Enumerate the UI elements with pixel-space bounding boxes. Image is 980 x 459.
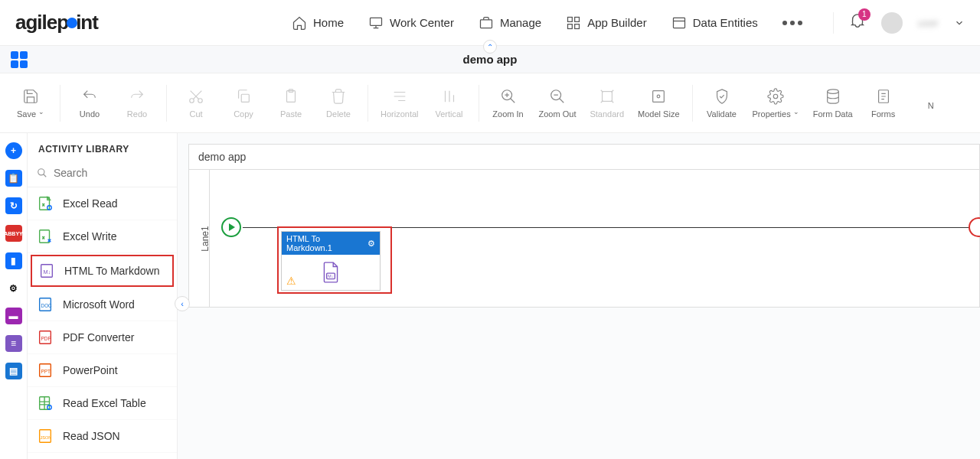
- canvas-title: demo app: [188, 144, 980, 170]
- svg-rect-15: [653, 90, 665, 102]
- svg-point-16: [657, 95, 660, 98]
- activity-excel-read[interactable]: Excel Read: [28, 187, 177, 220]
- flow-connector: [243, 227, 979, 228]
- properties-button[interactable]: Properties⌄: [746, 83, 805, 123]
- nav-app-builder[interactable]: App Builder: [566, 15, 647, 31]
- rail-abbyy[interactable]: ABBYY: [5, 225, 22, 242]
- notifications-button[interactable]: 1: [849, 13, 866, 33]
- undo-button[interactable]: Undo: [67, 83, 113, 123]
- form-data-button[interactable]: Form Data: [807, 83, 859, 123]
- monitor-icon: [368, 15, 384, 31]
- sidebar-collapse-button[interactable]: ‹: [175, 296, 190, 311]
- validate-icon: [714, 88, 730, 105]
- word-icon: DOC: [37, 296, 54, 313]
- activity-label: Read Excel Table: [63, 397, 146, 409]
- standard-view-button[interactable]: Standard: [583, 83, 630, 123]
- zoom-out-icon: [549, 88, 566, 105]
- activity-node[interactable]: HTML To Markdown.1 ⚙ ⚠ M↓: [281, 231, 381, 291]
- home-icon: [292, 15, 307, 31]
- svg-rect-9: [241, 94, 249, 102]
- activity-list: Excel Read Excel Write M↓ HTML To Markdo…: [28, 187, 177, 459]
- align-horizontal-icon: [391, 88, 408, 105]
- nav-app-builder-label: App Builder: [587, 16, 647, 29]
- paste-button[interactable]: Paste: [268, 83, 314, 123]
- excel-table-icon: [37, 395, 54, 412]
- markdown-file-icon: M↓: [321, 261, 341, 284]
- svg-point-17: [773, 94, 778, 99]
- svg-rect-0: [371, 18, 382, 25]
- nav-data-entities[interactable]: Data Entities: [671, 15, 758, 31]
- activity-title: HTML To Markdown.1: [286, 234, 368, 252]
- svg-point-8: [198, 98, 203, 103]
- excel-write-icon: [37, 228, 54, 245]
- notification-badge: 1: [858, 8, 871, 21]
- svg-rect-14: [602, 91, 612, 101]
- gear-icon[interactable]: ⚙: [368, 239, 375, 249]
- nav-work-center[interactable]: Work Center: [368, 15, 454, 31]
- validate-button[interactable]: Validate: [699, 83, 745, 123]
- zoom-in-button[interactable]: Zoom In: [485, 83, 531, 123]
- redo-button[interactable]: Redo: [114, 83, 160, 123]
- svg-text:PDF: PDF: [41, 336, 51, 341]
- svg-rect-2: [568, 17, 573, 21]
- search-icon: [37, 167, 47, 179]
- zoom-in-icon: [500, 88, 517, 105]
- model-size-button[interactable]: Model Size: [632, 83, 685, 123]
- nav-more[interactable]: [782, 21, 802, 25]
- align-horizontal-button[interactable]: Horizontal: [374, 83, 425, 123]
- activity-read-json[interactable]: JSON Read JSON: [28, 420, 177, 453]
- apps-icon[interactable]: [11, 51, 28, 68]
- rail-git[interactable]: ⚙: [5, 280, 22, 297]
- user-avatar[interactable]: [881, 12, 903, 34]
- start-node[interactable]: [221, 217, 241, 237]
- svg-text:PPT: PPT: [41, 369, 51, 374]
- delete-button[interactable]: Delete: [315, 83, 361, 123]
- app-title: demo app: [463, 53, 518, 66]
- svg-point-18: [827, 89, 838, 93]
- markdown-icon: M↓: [38, 262, 55, 279]
- search-input[interactable]: [54, 167, 168, 179]
- category-rail: + 📋 ↻ ABBYY ▮ ⚙ ▬ ≡ ▤: [0, 133, 28, 459]
- svg-rect-3: [575, 17, 580, 21]
- model-size-icon: [650, 88, 667, 105]
- chevron-down-icon[interactable]: [954, 18, 965, 28]
- end-node[interactable]: [969, 217, 980, 237]
- svg-text:M↓: M↓: [328, 274, 333, 278]
- trash-icon: [330, 88, 347, 105]
- activity-microsoft-word[interactable]: DOC Microsoft Word: [28, 288, 177, 321]
- activity-read-excel-table[interactable]: Read Excel Table: [28, 387, 177, 420]
- cut-button[interactable]: Cut: [173, 83, 219, 123]
- paste-icon: [283, 88, 299, 105]
- nav-manage[interactable]: Manage: [479, 15, 541, 31]
- activity-label: PDF Converter: [63, 331, 134, 343]
- align-vertical-button[interactable]: Vertical: [426, 83, 472, 123]
- activity-excel-write[interactable]: Excel Write: [28, 220, 177, 253]
- next-partial-button[interactable]: N: [908, 92, 954, 115]
- activity-pdf-converter[interactable]: PDF PDF Converter: [28, 321, 177, 354]
- rail-add[interactable]: +: [5, 142, 22, 159]
- rail-database[interactable]: ≡: [5, 335, 22, 352]
- svg-rect-1: [480, 19, 492, 28]
- nav-home[interactable]: Home: [292, 15, 344, 31]
- cut-icon: [188, 88, 204, 105]
- process-canvas[interactable]: Lane1 ▶ HTML To Markdown.1 ⚙ ⚠ M↓: [188, 170, 980, 308]
- copy-button[interactable]: Copy: [220, 83, 266, 123]
- activity-powerpoint[interactable]: PPT PowerPoint: [28, 354, 177, 387]
- rail-cloud[interactable]: ↻: [5, 197, 22, 214]
- activity-label: Read JSON: [63, 430, 120, 442]
- json-icon: JSON: [37, 428, 54, 444]
- grid-icon: [566, 15, 581, 31]
- rail-document[interactable]: ▤: [5, 363, 22, 379]
- rail-purple[interactable]: ▬: [5, 308, 22, 324]
- nav-data-entities-label: Data Entities: [693, 16, 758, 29]
- collapse-up-icon[interactable]: ⌃: [483, 40, 497, 54]
- activity-html-to-markdown[interactable]: M↓ HTML To Markdown: [31, 255, 174, 287]
- forms-button[interactable]: Forms: [861, 83, 906, 123]
- save-button[interactable]: Save⌄: [8, 83, 54, 123]
- rail-clipboard[interactable]: 📋: [5, 170, 22, 187]
- svg-rect-6: [673, 18, 684, 28]
- svg-text:M↓: M↓: [43, 269, 51, 275]
- rail-storage[interactable]: ▮: [5, 252, 22, 269]
- zoom-out-button[interactable]: Zoom Out: [533, 83, 583, 123]
- activity-label: Excel Write: [63, 230, 117, 243]
